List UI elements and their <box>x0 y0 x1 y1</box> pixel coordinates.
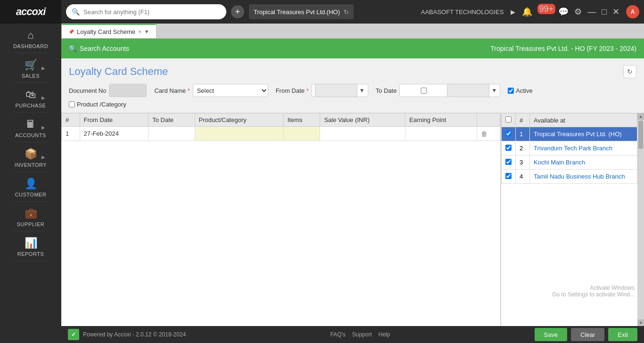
branch-checkbox[interactable] <box>505 173 512 179</box>
vertical-scrollbar[interactable]: ▲ ▼ <box>637 113 644 326</box>
loyalty-card-tab[interactable]: 📌 Loyalty Card Scheme × ▼ <box>61 24 157 38</box>
notification-icon[interactable]: 🔔 99+ <box>522 7 553 17</box>
branch-link[interactable]: Tamil Nadu Business Hub Branch <box>534 173 625 180</box>
footer-powered-by: Powered by Accoxi - 2.0.12 © 2018-2024 <box>83 331 186 338</box>
tab-pin-icon: 📌 <box>68 29 74 34</box>
branch-checkbox[interactable] <box>505 145 512 151</box>
company-refresh-icon[interactable]: ↻ <box>344 8 349 16</box>
sidebar-item-inventory[interactable]: 📦 INVENTORY ▶ <box>13 142 48 172</box>
sidebar-item-purchase[interactable]: 🛍 PURCHASE ▶ <box>13 83 48 113</box>
branch-num: 4 <box>516 170 530 184</box>
from-date-picker[interactable]: 27-02-2024 ▼ <box>312 84 368 97</box>
row-items[interactable] <box>283 127 320 141</box>
branch-num: 2 <box>516 141 530 155</box>
available-at-row[interactable]: 1 Tropical Treasures Pvt Ltd. (HO) <box>502 127 637 141</box>
to-date-calendar-icon[interactable]: ▼ <box>491 87 497 94</box>
settings-icon[interactable]: ⚙ <box>574 7 582 17</box>
green-header: 🔍 Search Accounts Tropical Treasures Pvt… <box>61 39 644 58</box>
sidebar-item-reports[interactable]: 📊 REPORTS <box>13 231 48 261</box>
save-button[interactable]: Save <box>535 328 568 341</box>
from-date-input[interactable]: 27-02-2024 <box>315 84 357 97</box>
col-earning-point: Earning Point <box>405 114 477 127</box>
inventory-icon: 📦 <box>25 148 37 160</box>
exit-button[interactable]: Exit <box>608 328 637 341</box>
help-link[interactable]: Help <box>379 331 390 338</box>
row-product-category[interactable] <box>195 127 283 141</box>
from-date-calendar-icon[interactable]: ▼ <box>359 87 365 94</box>
form-refresh-button[interactable]: ↻ <box>623 65 636 78</box>
search-input[interactable] <box>83 8 221 16</box>
available-at-row[interactable]: 3 Kochi Main Branch <box>502 155 637 170</box>
dashboard-icon: ⌂ <box>27 29 33 41</box>
doc-no-input[interactable]: 4 <box>109 84 147 97</box>
close-window-icon[interactable]: ✕ <box>612 7 619 17</box>
to-date-input[interactable]: 31-03-2024 <box>447 84 489 97</box>
card-name-required: * <box>188 87 190 94</box>
scroll-down-button[interactable]: ▼ <box>637 319 644 326</box>
branch-name: Tamil Nadu Business Hub Branch <box>530 170 637 184</box>
sidebar-item-dashboard[interactable]: ⌂ DASHBOARD <box>13 24 48 53</box>
sidebar-item-customer[interactable]: 👤 CUSTOMER <box>13 172 48 202</box>
faq-link[interactable]: FAQ's <box>330 331 345 338</box>
available-at-row[interactable]: 2 Trivandum Tech Park Branch <box>502 141 637 155</box>
topbar: 🔍 + Tropical Treasures Pvt Ltd.(HO) ↻ AA… <box>61 0 644 24</box>
branch-checkbox[interactable] <box>505 159 512 165</box>
to-date-picker[interactable]: 31-03-2024 ▼ <box>399 84 500 97</box>
branch-link[interactable]: Trivandum Tech Park Branch <box>534 145 612 152</box>
minimize-icon[interactable]: — <box>587 7 596 17</box>
select-all-checkbox[interactable] <box>505 116 512 122</box>
search-accounts-btn[interactable]: 🔍 Search Accounts <box>69 45 129 52</box>
to-date-checkbox[interactable] <box>403 88 445 94</box>
row-to-date[interactable] <box>149 127 195 141</box>
tab-label: Loyalty Card Scheme <box>77 28 135 35</box>
scroll-up-button[interactable]: ▲ <box>637 113 644 120</box>
delete-row-button[interactable]: 🗑 <box>481 130 487 138</box>
branch-checkbox[interactable] <box>505 131 512 137</box>
company-selector[interactable]: Tropical Treasures Pvt Ltd.(HO) ↻ <box>249 4 354 19</box>
topbar-icons: 🔔 99+ 💬 ⚙ — □ ✕ <box>522 7 619 17</box>
reports-label: REPORTS <box>17 251 44 257</box>
row-delete-cell: 🗑 <box>477 127 500 141</box>
branch-name: Kochi Main Branch <box>530 155 637 170</box>
purchase-arrow-icon: ▶ <box>41 95 45 100</box>
support-link[interactable]: Support <box>352 331 372 338</box>
branch-name: Trivandum Tech Park Branch <box>530 141 637 155</box>
content-area: 🔍 Search Accounts Tropical Treasures Pvt… <box>61 39 644 343</box>
row-earning-point[interactable] <box>405 127 477 141</box>
sidebar-item-supplier[interactable]: 💼 SUPPLIER <box>13 202 48 231</box>
footer-left: ✓ Powered by Accoxi - 2.0.12 © 2018-2024 <box>68 329 186 340</box>
maximize-icon[interactable]: □ <box>602 7 607 17</box>
sidebar: accoxi ⌂ DASHBOARD 🛒 SALES ▶ 🛍 PURCHASE … <box>0 0 61 343</box>
clear-button[interactable]: Clear <box>571 328 604 341</box>
scroll-thumb[interactable] <box>638 121 643 149</box>
col-sale-value: Sale Value (INR) <box>320 114 405 127</box>
col-action <box>477 114 500 127</box>
search-box[interactable]: 🔍 <box>66 4 226 19</box>
card-name-select[interactable]: Select <box>193 84 268 97</box>
dashboard-label: DASHBOARD <box>13 43 48 49</box>
purchase-label: PURCHASE <box>15 103 46 108</box>
branch-link[interactable]: Kochi Main Branch <box>534 159 585 166</box>
sidebar-item-accounts[interactable]: 🖩 ACCOUNTS ▶ <box>13 113 48 142</box>
row-num: 1 <box>62 127 80 141</box>
footer: ✓ Powered by Accoxi - 2.0.12 © 2018-2024… <box>61 326 644 343</box>
footer-links: FAQ's Support Help <box>330 331 390 338</box>
available-at-row[interactable]: 4 Tamil Nadu Business Hub Branch <box>502 170 637 184</box>
sidebar-item-sales[interactable]: 🛒 SALES ▶ <box>13 53 48 83</box>
active-checkbox[interactable] <box>508 88 514 94</box>
accounts-arrow-icon: ▶ <box>41 125 45 130</box>
tab-close-icon[interactable]: × <box>138 29 141 34</box>
product-category-checkbox[interactable] <box>69 101 75 107</box>
tab-arrow-icon[interactable]: ▼ <box>144 29 149 34</box>
expand-icon[interactable]: ▶ <box>511 8 515 16</box>
chat-icon[interactable]: 💬 <box>558 7 569 17</box>
tab-bar: 📌 Loyalty Card Scheme × ▼ <box>61 24 644 39</box>
inventory-label: INVENTORY <box>15 162 47 168</box>
col-to-date: To Date <box>149 114 195 127</box>
main-table: # From Date To Date Product/Category Ite… <box>61 113 500 141</box>
from-date-field: From Date * 27-02-2024 ▼ <box>276 84 368 97</box>
add-button[interactable]: + <box>231 5 244 18</box>
branch-link[interactable]: Tropical Treasures Pvt Ltd. (HO) <box>534 131 622 138</box>
customer-icon: 👤 <box>25 178 37 190</box>
row-sale-value[interactable] <box>320 127 405 141</box>
